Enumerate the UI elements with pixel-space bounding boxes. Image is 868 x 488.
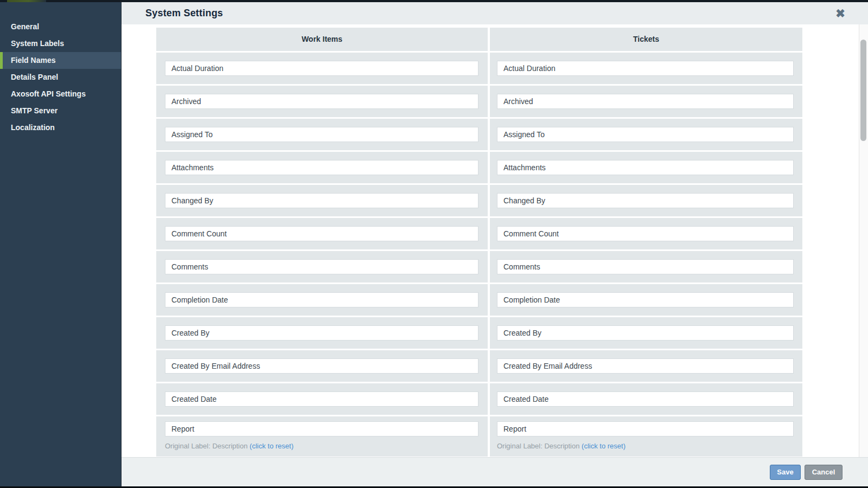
work-item-field-input[interactable] [165, 325, 478, 341]
table-row-work-item-cell: Original Label: Description (click to re… [156, 416, 488, 457]
table-row-ticket-cell [490, 86, 802, 117]
ticket-field-input[interactable] [497, 259, 794, 274]
ticket-field-input[interactable] [497, 292, 794, 307]
sidebar-item-general[interactable]: General [0, 18, 121, 35]
table-row-work-item-cell [156, 152, 488, 183]
ticket-field-input[interactable] [497, 193, 794, 208]
table-row-ticket-cell: Original Label: Description (click to re… [490, 416, 802, 457]
table-row-work-item-cell [156, 53, 488, 84]
ticket-field-input[interactable] [497, 61, 794, 76]
field-names-grid: Work Items Tickets [156, 28, 802, 457]
table-row-work-item-cell [156, 119, 488, 150]
sidebar-item-details-panel[interactable]: Details Panel [0, 69, 121, 86]
work-item-field-input[interactable] [165, 226, 478, 241]
table-row-work-item-cell [156, 350, 488, 382]
table-row-ticket-cell [490, 185, 802, 216]
work-item-field-input[interactable] [165, 358, 478, 374]
work-item-field-input[interactable] [165, 292, 478, 307]
column-header-work-items: Work Items [156, 28, 488, 51]
ticket-field-input[interactable] [497, 325, 794, 341]
table-row-ticket-cell [490, 317, 802, 349]
table-row-ticket-cell [490, 383, 802, 415]
work-item-field-input[interactable] [165, 391, 478, 407]
work-item-field-input[interactable] [165, 94, 478, 109]
table-row-ticket-cell [490, 251, 802, 282]
table-row-ticket-cell [490, 53, 802, 84]
work-item-field-input[interactable] [165, 127, 478, 142]
original-label: Original Label: Description (click to re… [165, 442, 478, 450]
work-item-field-input[interactable] [165, 160, 478, 175]
table-row-work-item-cell [156, 251, 488, 282]
sidebar-item-field-names[interactable]: Field Names [0, 52, 121, 69]
page-title: System Settings [145, 8, 223, 19]
table-row-ticket-cell [490, 350, 802, 382]
table-row-work-item-cell [156, 317, 488, 349]
modal-body: Work Items Tickets [122, 24, 868, 457]
ticket-field-input[interactable] [497, 94, 794, 109]
scrollbar-thumb[interactable] [860, 40, 866, 141]
ticket-field-input[interactable] [497, 358, 794, 374]
ticket-field-input[interactable] [497, 391, 794, 407]
table-row-work-item-cell [156, 218, 488, 249]
reset-link[interactable]: (click to reset) [250, 442, 293, 450]
table-row-ticket-cell [490, 218, 802, 249]
axosoft-logo-fragment [7, 0, 46, 2]
work-item-field-input[interactable] [165, 259, 478, 274]
modal-header: System Settings ✖ [122, 2, 868, 24]
table-row-work-item-cell [156, 185, 488, 216]
original-label-text: Original Label: Description [497, 442, 579, 450]
table-row-work-item-cell [156, 86, 488, 117]
save-button[interactable]: Save [770, 465, 801, 480]
cancel-button[interactable]: Cancel [805, 465, 843, 480]
original-label-text: Original Label: Description [165, 442, 247, 450]
reset-link[interactable]: (click to reset) [582, 442, 626, 450]
original-label: Original Label: Description (click to re… [497, 442, 794, 450]
table-row-work-item-cell [156, 383, 488, 415]
ticket-field-input[interactable] [497, 127, 794, 142]
sidebar-item-localization[interactable]: Localization [0, 119, 121, 136]
work-item-field-input[interactable] [165, 61, 478, 76]
table-row-ticket-cell [490, 284, 802, 316]
app-top-edge [0, 0, 868, 2]
sidebar-item-axosoft-api-settings[interactable]: Axosoft API Settings [0, 86, 121, 102]
work-item-field-input[interactable] [165, 193, 478, 208]
system-settings-modal: System Settings ✖ Work Items Tickets [122, 2, 868, 486]
table-row-ticket-cell [490, 152, 802, 183]
ticket-field-input[interactable] [497, 226, 794, 241]
table-row-ticket-cell [490, 119, 802, 150]
table-row-work-item-cell [156, 284, 488, 316]
column-header-tickets: Tickets [490, 28, 802, 51]
sidebar-item-system-labels[interactable]: System Labels [0, 35, 121, 52]
settings-sidebar: GeneralSystem LabelsField NamesDetails P… [0, 2, 122, 486]
sidebar-item-smtp-server[interactable]: SMTP Server [0, 102, 121, 119]
close-icon[interactable]: ✖ [833, 7, 847, 21]
ticket-field-input[interactable] [497, 160, 794, 175]
modal-scrollbar[interactable] [859, 24, 868, 457]
modal-footer: Save Cancel [122, 457, 868, 486]
ticket-field-input[interactable] [497, 421, 794, 436]
work-item-field-input[interactable] [165, 421, 478, 436]
